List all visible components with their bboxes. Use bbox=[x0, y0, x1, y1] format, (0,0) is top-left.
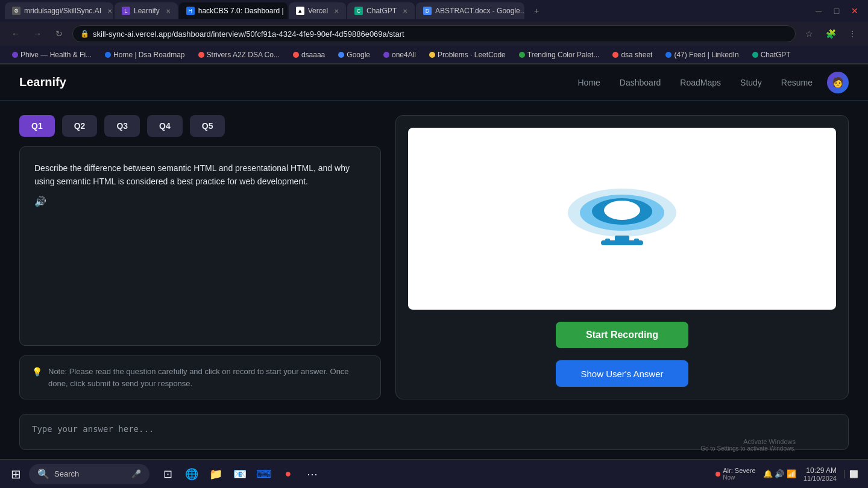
clock-time: 10:29 AM bbox=[804, 466, 837, 475]
answer-section bbox=[0, 414, 868, 462]
question-tab-4[interactable]: Q4 bbox=[147, 115, 183, 137]
forward-button[interactable]: → bbox=[29, 25, 46, 42]
url-text: skill-sync-ai.vercel.app/dashboard/inter… bbox=[93, 30, 404, 39]
reload-button[interactable]: ↻ bbox=[51, 25, 68, 42]
svg-rect-7 bbox=[634, 239, 639, 243]
right-panel: Start Recording Show User's Answer bbox=[395, 115, 849, 399]
tab-chatgpt[interactable]: C ChatGPT ✕ bbox=[347, 2, 415, 19]
bookmark-linkedin[interactable]: (47) Feed | LinkedIn bbox=[661, 49, 743, 60]
app-header: Learnify Home Dashboard RoadMaps Study R… bbox=[0, 64, 868, 101]
tab-mridulsaggi[interactable]: ⚙ mridulsaggi/SkillSync.AI ✕ bbox=[5, 2, 113, 19]
tab-abstract[interactable]: D ABSTRACT.docx - Google... ✕ bbox=[416, 2, 524, 19]
nav-study[interactable]: Study bbox=[740, 78, 762, 87]
search-label: Search bbox=[54, 469, 79, 478]
browser-chrome: ⚙ mridulsaggi/SkillSync.AI ✕ L Learnify … bbox=[0, 0, 868, 64]
taskbar-search[interactable]: 🔍 Search 🎤 bbox=[29, 464, 149, 484]
avatar[interactable]: 🧑 bbox=[827, 72, 849, 93]
address-bar[interactable]: 🔒 skill-sync-ai.vercel.app/dashboard/int… bbox=[72, 25, 796, 42]
tab-vercel[interactable]: ▲ Vercel ✕ bbox=[289, 2, 346, 19]
bookmark-dsa[interactable]: Home | Dsa Roadmap bbox=[100, 49, 190, 60]
main-content: Q1 Q2 Q3 Q4 Q5 Describe the difference b… bbox=[0, 101, 868, 414]
start-button[interactable]: ⊞ bbox=[5, 463, 27, 485]
nav-dashboard[interactable]: Dashboard bbox=[620, 78, 661, 87]
bookmark-colorpalette[interactable]: Trending Color Palet... bbox=[514, 49, 605, 60]
apps-icon[interactable]: ⋯ bbox=[301, 463, 323, 485]
note-box: 💡 Note: Please read the question careful… bbox=[19, 355, 381, 399]
left-panel: Q1 Q2 Q3 Q4 Q5 Describe the difference b… bbox=[19, 115, 381, 399]
tab-hackcbs[interactable]: H hackCBS 7.0: Dashboard | ✕ bbox=[179, 2, 288, 19]
bookmarks-bar: Phive — Health & Fi... Home | Dsa Roadma… bbox=[0, 46, 868, 64]
audio-icon[interactable]: 🔊 bbox=[34, 196, 46, 207]
app-nav: Home Dashboard RoadMaps Study Resume bbox=[577, 78, 813, 87]
tab-learnify[interactable]: L Learnify ✕ bbox=[115, 2, 178, 19]
taskview-icon[interactable]: ⊡ bbox=[157, 463, 178, 485]
vscode-icon[interactable]: ⌨ bbox=[253, 463, 275, 485]
nav-roadmaps[interactable]: RoadMaps bbox=[680, 78, 721, 87]
bookmark-chatgpt[interactable]: ChatGPT bbox=[747, 49, 796, 60]
clock-date: 11/10/2024 bbox=[804, 475, 837, 482]
app-logo: Learnify bbox=[19, 75, 66, 89]
air-label: Air: Severe bbox=[723, 467, 755, 474]
minimize-button[interactable]: ─ bbox=[810, 2, 827, 19]
question-tab-5[interactable]: Q5 bbox=[190, 115, 225, 137]
air-quality: Air: Severe Now bbox=[715, 467, 755, 481]
svg-point-3 bbox=[604, 201, 640, 220]
question-tabs: Q1 Q2 Q3 Q4 Q5 bbox=[19, 115, 381, 137]
question-tab-3[interactable]: Q3 bbox=[104, 115, 140, 137]
show-desktop-icon[interactable]: ⬜ bbox=[844, 470, 858, 478]
bookmark-dsasheet[interactable]: dsa sheet bbox=[608, 49, 657, 60]
back-button[interactable]: ← bbox=[7, 25, 24, 42]
browser-toolbar: ← → ↻ 🔒 skill-sync-ai.vercel.app/dashboa… bbox=[0, 22, 868, 46]
svg-rect-6 bbox=[605, 239, 610, 243]
note-text: Note: Please read the question carefully… bbox=[48, 366, 368, 389]
taskbar-icons: ⊡ 🌐 📁 📧 ⌨ ● ⋯ bbox=[157, 463, 323, 485]
question-text: Describe the difference between semantic… bbox=[34, 161, 366, 189]
system-tray-icons: 🔔 🔊 📶 bbox=[763, 469, 796, 478]
air-dot bbox=[715, 472, 720, 477]
tab-bar: ⚙ mridulsaggi/SkillSync.AI ✕ L Learnify … bbox=[0, 0, 868, 22]
bookmark-one4all[interactable]: one4All bbox=[379, 49, 421, 60]
browser-taskbar-icon[interactable]: 🌐 bbox=[181, 463, 203, 485]
menu-button[interactable]: ⋮ bbox=[844, 25, 861, 42]
bookmark-button[interactable]: ☆ bbox=[800, 25, 817, 42]
question-box: Describe the difference between semantic… bbox=[19, 146, 381, 346]
bookmark-google[interactable]: Google bbox=[333, 49, 375, 60]
start-recording-button[interactable]: Start Recording bbox=[556, 322, 688, 348]
bookmark-dsaaaa[interactable]: dsaaaa bbox=[288, 49, 330, 60]
answer-textarea[interactable] bbox=[19, 414, 849, 450]
question-tab-2[interactable]: Q2 bbox=[62, 115, 98, 137]
note-icon: 💡 bbox=[32, 367, 42, 377]
close-button[interactable]: ✕ bbox=[846, 2, 863, 19]
explorer-icon[interactable]: 📁 bbox=[205, 463, 227, 485]
taskbar-time: 10:29 AM 11/10/2024 bbox=[804, 466, 837, 482]
mic-icon: 🎤 bbox=[131, 469, 141, 478]
nav-resume[interactable]: Resume bbox=[781, 78, 813, 87]
show-answer-button[interactable]: Show User's Answer bbox=[556, 360, 688, 387]
extensions-button[interactable]: 🧩 bbox=[822, 25, 839, 42]
search-icon: 🔍 bbox=[37, 468, 49, 480]
nav-home[interactable]: Home bbox=[577, 78, 600, 87]
taskbar-right: Air: Severe Now 🔔 🔊 📶 10:29 AM 11/10/202… bbox=[715, 466, 863, 482]
bookmark-strivers[interactable]: Strivers A2Z DSA Co... bbox=[193, 49, 285, 60]
taskbar: ⊞ 🔍 Search 🎤 ⊡ 🌐 📁 📧 ⌨ ● ⋯ Air: Severe N… bbox=[0, 459, 868, 488]
new-tab-button[interactable]: + bbox=[528, 2, 545, 19]
bookmark-phive[interactable]: Phive — Health & Fi... bbox=[7, 49, 96, 60]
air-sub: Now bbox=[723, 474, 755, 481]
bookmark-leetcode[interactable]: Problems · LeetCode bbox=[424, 49, 511, 60]
mail-icon[interactable]: 📧 bbox=[229, 463, 251, 485]
webcam-illustration bbox=[562, 170, 682, 267]
chrome-icon[interactable]: ● bbox=[277, 463, 299, 485]
maximize-button[interactable]: □ bbox=[828, 2, 845, 19]
question-tab-1[interactable]: Q1 bbox=[19, 115, 55, 137]
webcam-area bbox=[408, 128, 836, 310]
